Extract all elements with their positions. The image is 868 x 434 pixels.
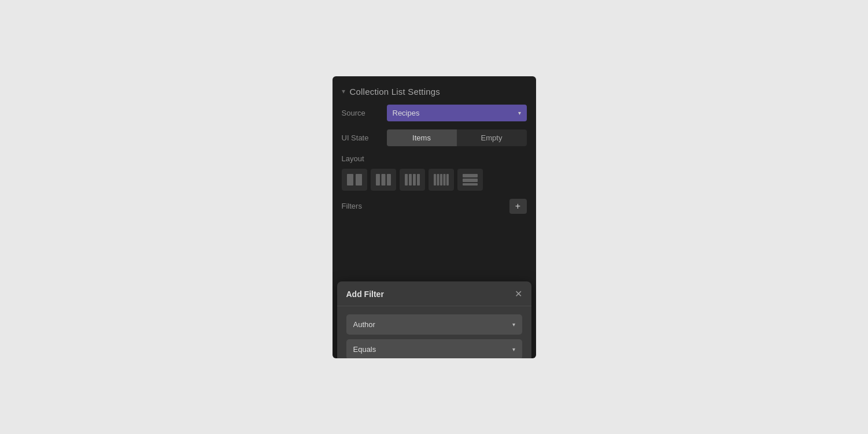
layout-5col-button[interactable] [429, 169, 454, 191]
filter-operator-select[interactable]: Equals Not Equals Contains Greater Than [346, 339, 522, 358]
svg-rect-0 [347, 174, 353, 186]
filters-label: Filters [342, 202, 362, 210]
ui-state-row: UI State Items Empty [342, 129, 527, 146]
svg-rect-6 [409, 174, 412, 186]
source-select[interactable]: Recipes Articles Products [387, 105, 527, 121]
modal-title: Add Filter [346, 290, 384, 299]
layout-options [342, 169, 527, 191]
panel-title: Collection List Settings [350, 87, 441, 97]
svg-rect-11 [440, 174, 442, 186]
svg-rect-14 [463, 174, 478, 177]
layout-3col-button[interactable] [371, 169, 396, 191]
add-filter-button[interactable]: + [509, 199, 527, 214]
panel-body: Source Recipes Articles Products ▾ UI St… [333, 105, 536, 358]
layout-2col-button[interactable] [342, 169, 367, 191]
svg-rect-12 [443, 174, 445, 186]
empty-toggle-button[interactable]: Empty [457, 129, 527, 146]
source-select-wrapper: Recipes Articles Products ▾ [387, 105, 527, 121]
filter-field-select[interactable]: Author Title Date Category [346, 314, 522, 335]
svg-rect-3 [381, 174, 385, 186]
svg-rect-2 [376, 174, 380, 186]
svg-rect-4 [387, 174, 391, 186]
settings-panel: ▾ Collection List Settings Source Recipe… [333, 76, 536, 358]
filters-row: Filters + [342, 199, 527, 214]
layout-label: Layout [342, 154, 527, 163]
svg-rect-7 [413, 174, 416, 186]
source-label: Source [342, 109, 381, 117]
layout-list-button[interactable] [457, 169, 483, 191]
layout-4col-button[interactable] [400, 169, 425, 191]
modal-close-button[interactable]: ✕ [515, 290, 522, 299]
source-row: Source Recipes Articles Products ▾ [342, 105, 527, 121]
modal-body: Author Title Date Category ▾ Equals Not … [337, 306, 531, 358]
filter-operator-wrapper: Equals Not Equals Contains Greater Than … [346, 339, 522, 358]
svg-rect-16 [463, 183, 478, 186]
panel-header: ▾ Collection List Settings [333, 76, 536, 105]
svg-rect-5 [405, 174, 408, 186]
chevron-icon: ▾ [342, 87, 345, 95]
svg-rect-8 [417, 174, 420, 186]
modal-header: Add Filter ✕ [337, 281, 531, 306]
svg-rect-1 [356, 174, 362, 186]
layout-section: Layout [342, 154, 527, 191]
ui-state-toggle-group: Items Empty [387, 129, 527, 146]
svg-rect-13 [446, 174, 449, 186]
ui-state-label: UI State [342, 133, 381, 142]
items-toggle-button[interactable]: Items [387, 129, 457, 146]
add-filter-modal: Add Filter ✕ Author Title Date Category … [337, 281, 531, 358]
svg-rect-10 [437, 174, 439, 186]
svg-rect-15 [463, 179, 478, 182]
svg-rect-9 [434, 174, 436, 186]
filter-field-wrapper: Author Title Date Category ▾ [346, 314, 522, 335]
